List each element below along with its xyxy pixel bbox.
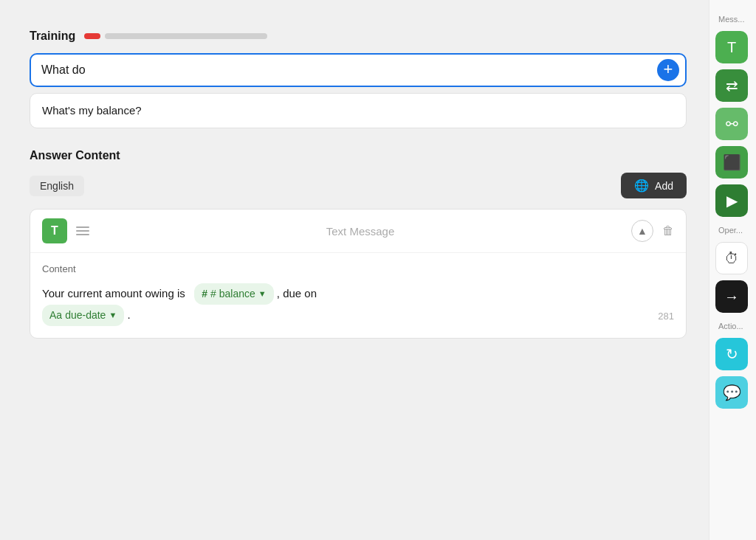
sidebar-shuffle-button[interactable]: ⇄ — [715, 69, 748, 102]
arrow-right-icon: → — [724, 288, 739, 305]
due-date-label: due-date — [65, 306, 106, 325]
progress-filled — [84, 33, 100, 39]
chat-icon: 💬 — [723, 384, 741, 401]
training-progress — [84, 33, 267, 39]
aa-symbol: Aa — [49, 306, 62, 325]
message-card: T Text Message ▲ 🗑 Content Your current … — [30, 209, 687, 339]
sidebar-arrow-button[interactable]: → — [715, 280, 748, 313]
card-actions: ▲ 🗑 — [631, 220, 674, 242]
actions-section-label: Actio... — [715, 319, 750, 332]
suggestion-text: What's my balance? — [42, 104, 142, 117]
clock-icon: ⏱ — [724, 250, 739, 267]
balance-dropdown-arrow: ▼ — [258, 287, 267, 302]
message-card-body: Content Your current amount owing is # #… — [30, 253, 686, 338]
message-card-header: T Text Message ▲ 🗑 — [30, 210, 686, 253]
image-icon: ⬛ — [723, 153, 741, 171]
operations-section-label: Oper... — [715, 223, 750, 236]
plus-icon: + — [664, 61, 673, 77]
delete-button[interactable]: 🗑 — [662, 224, 674, 238]
link-icon: ⚯ — [726, 115, 738, 133]
content-prefix: Your current amount owing is — [42, 287, 185, 300]
balance-tag[interactable]: # # balance ▼ — [194, 283, 273, 305]
messages-section-label: Mess... — [715, 12, 750, 25]
search-box: + — [30, 53, 687, 87]
hash-symbol: # — [202, 285, 207, 303]
sidebar-image-button[interactable]: ⬛ — [715, 146, 748, 179]
right-sidebar: Mess... T ⇄ ⚯ ⬛ ▶ Oper... ⏱ → Actio... ↻… — [709, 0, 756, 540]
sidebar-link-button[interactable]: ⚯ — [715, 108, 748, 140]
sidebar-film-button[interactable]: ▶ — [715, 184, 748, 217]
search-input[interactable] — [37, 58, 657, 83]
add-label: Add — [655, 180, 673, 192]
training-label: Training — [30, 30, 75, 43]
progress-empty — [105, 33, 267, 39]
main-content: Training + What's my balance? Answer Con… — [0, 0, 709, 540]
content-mid: , due on — [277, 287, 317, 300]
answer-content-title: Answer Content — [30, 149, 120, 162]
char-count: 281 — [658, 308, 674, 325]
text-t-icon: T — [727, 39, 736, 56]
language-button[interactable]: English — [30, 176, 84, 196]
t-icon: T — [42, 218, 67, 243]
due-date-tag[interactable]: Aa due-date ▼ — [42, 305, 124, 326]
sidebar-refresh-button[interactable]: ↻ — [715, 338, 748, 370]
sidebar-chat-button[interactable]: 💬 — [715, 376, 748, 409]
training-header: Training — [30, 30, 687, 43]
sidebar-clock-button[interactable]: ⏱ — [715, 242, 748, 274]
suggestion-box[interactable]: What's my balance? — [30, 93, 687, 128]
hamburger-icon[interactable] — [76, 226, 89, 235]
sidebar-text-button[interactable]: T — [715, 31, 748, 63]
search-add-button[interactable]: + — [657, 59, 679, 81]
balance-label: # balance — [210, 285, 255, 303]
content-label: Content — [42, 263, 674, 274]
refresh-icon: ↻ — [726, 345, 738, 363]
message-card-title: Text Message — [98, 225, 622, 238]
arrow-up-icon: ▲ — [637, 225, 647, 237]
answer-section: Answer Content English 🌐 Add T Text Mess… — [30, 149, 687, 339]
content-text: Your current amount owing is # # balance… — [42, 283, 674, 326]
film-icon: ▶ — [726, 192, 738, 210]
answer-header: Answer Content — [30, 149, 687, 162]
move-up-button[interactable]: ▲ — [631, 220, 653, 242]
due-date-dropdown-arrow: ▼ — [109, 308, 117, 323]
content-suffix: . — [127, 308, 130, 321]
shuffle-icon: ⇄ — [726, 77, 738, 94]
add-language-button[interactable]: 🌐 Add — [621, 173, 687, 198]
globe-icon: 🌐 — [634, 179, 649, 193]
